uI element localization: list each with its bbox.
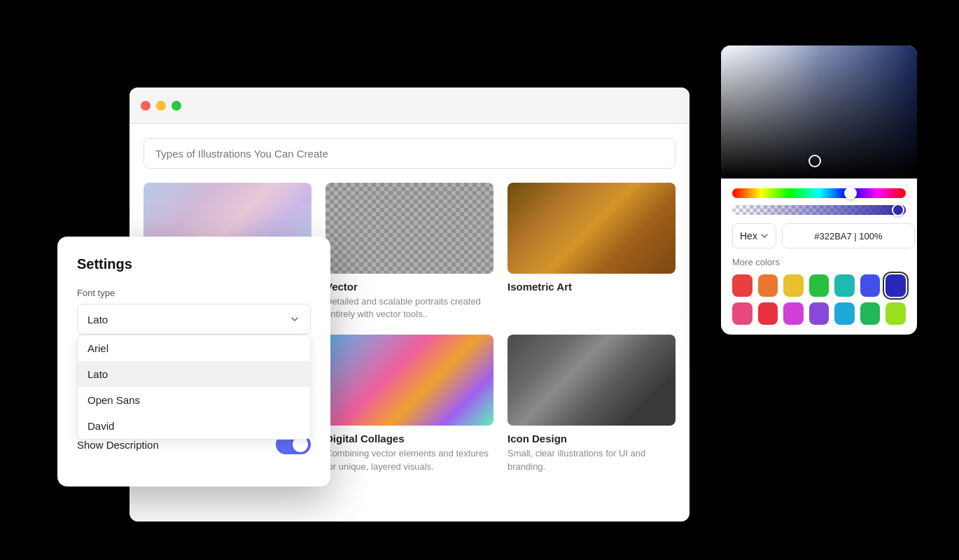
color-picker-panel: Hex More colors — [721, 46, 917, 335]
font-option-open-sans[interactable]: Open Sans — [78, 387, 310, 413]
gallery-desc-icon-design: Small, clear illustrations for UI and br… — [507, 447, 676, 472]
hue-thumb — [844, 187, 857, 200]
alpha-thumb — [892, 204, 904, 216]
swatch-green[interactable] — [809, 274, 830, 297]
swatch-dark-blue[interactable] — [886, 274, 906, 297]
hue-slider[interactable] — [732, 188, 906, 198]
font-option-lato[interactable]: Lato — [78, 361, 310, 387]
gallery-item-icon-design[interactable]: Icon Design Small, clear illustrations f… — [507, 335, 676, 472]
browser-titlebar — [130, 88, 690, 124]
settings-title: Settings — [77, 256, 311, 272]
swatch-purple[interactable] — [809, 302, 830, 325]
swatch-magenta[interactable] — [783, 302, 804, 325]
font-option-ariel[interactable]: Ariel — [78, 335, 310, 361]
gallery-item-vector[interactable]: Vector Detailed and scalable portraits c… — [326, 183, 493, 321]
show-description-label: Show Description — [77, 439, 159, 451]
gallery-image-vector — [326, 183, 493, 274]
search-input[interactable] — [144, 138, 676, 169]
alpha-slider-row — [732, 205, 906, 215]
swatch-blue[interactable] — [860, 274, 881, 297]
gallery-title-icon-design: Icon Design — [507, 433, 676, 444]
hex-row: Hex — [732, 223, 906, 248]
gallery-item-isometric[interactable]: Isometric Art — [507, 183, 676, 321]
hex-type-select[interactable]: Hex — [732, 223, 776, 248]
swatch-sky[interactable] — [834, 302, 855, 325]
minimize-button[interactable] — [156, 101, 166, 111]
close-button[interactable] — [141, 101, 150, 111]
swatch-orange[interactable] — [758, 274, 778, 297]
font-dropdown[interactable]: Lato — [77, 304, 311, 335]
font-type-label: Font type — [77, 288, 311, 298]
color-swatches — [732, 274, 906, 325]
selected-font-label: Lato — [88, 314, 108, 326]
hex-type-label: Hex — [740, 230, 757, 241]
swatch-teal[interactable] — [834, 274, 855, 297]
color-picker-body: Hex More colors — [721, 178, 917, 335]
chevron-down-icon — [760, 232, 769, 240]
gallery-desc-digital-collages: Combining vector elements and textures f… — [326, 447, 493, 472]
traffic-lights — [141, 101, 181, 111]
swatch-lime[interactable] — [886, 302, 906, 325]
gallery-title-isometric: Isometric Art — [507, 281, 676, 293]
gallery-image-icon-design — [507, 335, 676, 426]
font-dropdown-menu[interactable]: Ariel Lato Open Sans David — [77, 335, 311, 440]
gallery-image-digital-collages — [326, 335, 493, 426]
color-gradient-area[interactable] — [721, 46, 917, 178]
font-dropdown-wrapper: Lato Ariel Lato Open Sans David — [77, 304, 311, 335]
gallery-desc-vector: Detailed and scalable portraits created … — [326, 295, 493, 321]
alpha-slider[interactable] — [732, 205, 906, 215]
color-cursor — [808, 155, 821, 167]
swatch-yellow[interactable] — [783, 274, 804, 297]
font-option-david[interactable]: David — [78, 413, 310, 439]
gallery-image-isometric — [507, 183, 676, 274]
more-colors-label: More colors — [732, 257, 906, 267]
swatch-row-1 — [732, 274, 906, 297]
gallery-title-vector: Vector — [326, 281, 493, 293]
swatch-red[interactable] — [732, 274, 752, 297]
swatch-row-2 — [732, 302, 906, 325]
hex-value-input[interactable] — [782, 223, 915, 248]
gallery-item-digital-collages[interactable]: Digital Collages Combining vector elemen… — [326, 335, 493, 472]
fullscreen-button[interactable] — [172, 101, 181, 111]
chevron-down-icon — [289, 314, 300, 325]
swatch-crimson[interactable] — [758, 302, 778, 325]
hue-slider-row — [732, 188, 906, 198]
settings-panel: Settings Font type Lato Ariel Lato Open … — [57, 237, 330, 486]
swatch-emerald[interactable] — [860, 302, 881, 325]
swatch-pink[interactable] — [732, 302, 752, 325]
gallery-title-digital-collages: Digital Collages — [326, 433, 493, 444]
